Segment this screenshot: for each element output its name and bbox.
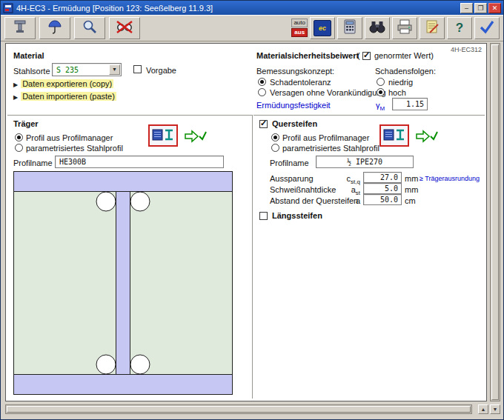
- section-divider: [7, 115, 485, 116]
- tools-icon: [12, 19, 28, 37]
- quersteifen-parametrisiert-radio[interactable]: [271, 144, 279, 152]
- help-button[interactable]: ?: [447, 17, 472, 39]
- hoch-radio[interactable]: [377, 88, 385, 96]
- checkmark-icon: [478, 19, 496, 37]
- gamma-label: γM: [376, 101, 385, 112]
- traeger-header: Träger: [13, 119, 39, 128]
- notepad-icon: [424, 19, 440, 37]
- traeger-profilmanager-button[interactable]: [148, 124, 178, 147]
- main-panel: 4H-EC312 Material Stahlsorte S 235 ▼ Vor…: [5, 43, 487, 401]
- traeger-profilmanager-label: Profil aus Profilmanager: [26, 133, 113, 142]
- quersteifen-checkbox[interactable]: [259, 120, 268, 128]
- schadensfolgen-label: Schadensfolgen:: [375, 67, 436, 76]
- binoculars-icon: [368, 19, 386, 37]
- gamma-input[interactable]: 1.15: [392, 98, 428, 110]
- umbrella-icon: [47, 19, 63, 37]
- horizontal-scrollbar-thumb[interactable]: [7, 406, 471, 413]
- aussparung-symbol: cst,q: [334, 174, 360, 185]
- stahlsorte-value: S 235: [53, 66, 109, 74]
- print-button[interactable]: [392, 17, 417, 39]
- export-link[interactable]: ▶Daten exportieren (copy): [13, 79, 113, 88]
- versagen-radio[interactable]: [258, 88, 266, 96]
- aussparung-unit: mm: [405, 174, 418, 183]
- hide-view-button[interactable]: [109, 17, 140, 39]
- import-link[interactable]: ▶Daten importieren (paste): [13, 92, 116, 101]
- vorgabe-label: Vorgabe: [146, 66, 176, 75]
- quersteifen-profile-ok-icon: [415, 130, 439, 143]
- glasses-off-icon: [116, 19, 133, 37]
- auto-label[interactable]: auto: [291, 19, 308, 27]
- close-button[interactable]: ✕: [488, 3, 501, 13]
- triangle-icon: ▶: [13, 81, 18, 88]
- triangle-icon: ▶: [13, 94, 18, 101]
- quersteifen-header: Quersteifen: [272, 119, 317, 128]
- quersteifen-parametrisiert-label: parametrisiertes Stahlprofil: [282, 144, 379, 153]
- genormter-wert-checkbox[interactable]: [362, 52, 371, 60]
- aussparung-input[interactable]: 27.0: [363, 172, 402, 183]
- hoch-label: hoch: [388, 88, 406, 97]
- versagen-label: Versagen ohne Vorankündigung: [270, 88, 386, 97]
- aus-label[interactable]: aus: [291, 28, 308, 37]
- vorgabe-checkbox[interactable]: [133, 65, 142, 73]
- quersteifen-profilmanager-button[interactable]: [379, 124, 409, 147]
- question-icon: ?: [456, 21, 463, 34]
- quersteifen-profilname-input[interactable]: ½ IPE270: [316, 156, 414, 168]
- module-code: 4H-EC312: [451, 46, 482, 53]
- schweissnaht-input[interactable]: 5.0: [363, 183, 402, 194]
- horizontal-scrollbar[interactable]: [5, 404, 472, 414]
- find-button[interactable]: [365, 17, 390, 39]
- traeger-profile-ok-icon: [184, 130, 208, 143]
- material-header: Material: [13, 51, 44, 60]
- traeger-profilmanager-radio[interactable]: [15, 133, 23, 141]
- umbrella-button[interactable]: [39, 17, 70, 39]
- calculator-icon: [342, 19, 357, 37]
- magnifier-icon: [82, 19, 98, 37]
- niedrig-radio[interactable]: [377, 78, 385, 86]
- genormter-wert-label: genormter Wert): [374, 51, 434, 60]
- app-icon: [3, 3, 13, 13]
- vertical-scrollbar-thumb[interactable]: [491, 44, 499, 400]
- calculator-button[interactable]: [337, 17, 362, 39]
- traeger-parametrisiert-label: parametrisiertes Stahlprofil: [26, 144, 123, 153]
- abstand-unit: cm: [405, 196, 416, 205]
- schweissnaht-label: Schweißnahtdicke: [270, 185, 336, 194]
- vertical-scrollbar[interactable]: [490, 43, 500, 401]
- stahlsorte-label: Stahlsorte: [13, 67, 50, 76]
- niedrig-label: niedrig: [388, 78, 413, 87]
- search-button[interactable]: [74, 17, 105, 39]
- confirm-button[interactable]: [474, 17, 500, 39]
- laengssteifen-checkbox[interactable]: [259, 212, 268, 220]
- quersteifen-profilmanager-label: Profil aus Profilmanager: [282, 133, 369, 142]
- minimize-button[interactable]: –: [460, 3, 473, 13]
- traegerausrundung-link[interactable]: ≥ Trägerausrundung: [420, 175, 480, 182]
- auto-aus-toggle[interactable]: auto aus: [291, 19, 308, 37]
- paren-open: (: [357, 51, 360, 60]
- abstand-input[interactable]: 50.0: [363, 194, 402, 205]
- quersteifen-profilmanager-radio[interactable]: [271, 133, 279, 141]
- ermuedungsfestigkeit-link[interactable]: Ermüdungsfestigkeit: [256, 101, 331, 110]
- bemessungskonzept-label: Bemessungskonzept:: [256, 67, 334, 76]
- eurocode-button[interactable]: ec: [310, 17, 335, 39]
- tools-button[interactable]: [4, 17, 36, 39]
- profile-book-icon: [383, 127, 405, 144]
- app-window: 4H-EC3 - Ermüdung [Position 123: Seeßelb…: [0, 0, 504, 420]
- traeger-profilname-input[interactable]: HE300B: [55, 156, 224, 168]
- eu-flag-icon: ec: [314, 20, 331, 36]
- schadentoleranz-label: Schadentoleranz: [270, 78, 331, 87]
- scroll-up-button[interactable]: ▲: [478, 404, 488, 414]
- traeger-profilname-label: Profilname: [13, 159, 53, 167]
- traeger-parametrisiert-radio[interactable]: [15, 144, 23, 152]
- schadentoleranz-radio[interactable]: [258, 78, 266, 86]
- dropdown-arrow-icon[interactable]: ▼: [109, 64, 120, 75]
- stahlsorte-dropdown[interactable]: S 235 ▼: [52, 63, 122, 76]
- printer-icon: [397, 19, 413, 37]
- scroll-down-button[interactable]: ▼: [490, 404, 500, 414]
- window-title: 4H-EC3 - Ermüdung [Position 123: Seeßelb…: [16, 4, 460, 13]
- schweissnaht-unit: mm: [405, 185, 418, 194]
- column-divider: [252, 115, 253, 399]
- abstand-symbol: a: [334, 196, 360, 205]
- aussparung-label: Aussparung: [270, 174, 314, 183]
- notes-button[interactable]: [420, 17, 445, 39]
- titlebar[interactable]: 4H-EC3 - Ermüdung [Position 123: Seeßelb…: [1, 1, 503, 15]
- maximize-button[interactable]: ❐: [474, 3, 487, 13]
